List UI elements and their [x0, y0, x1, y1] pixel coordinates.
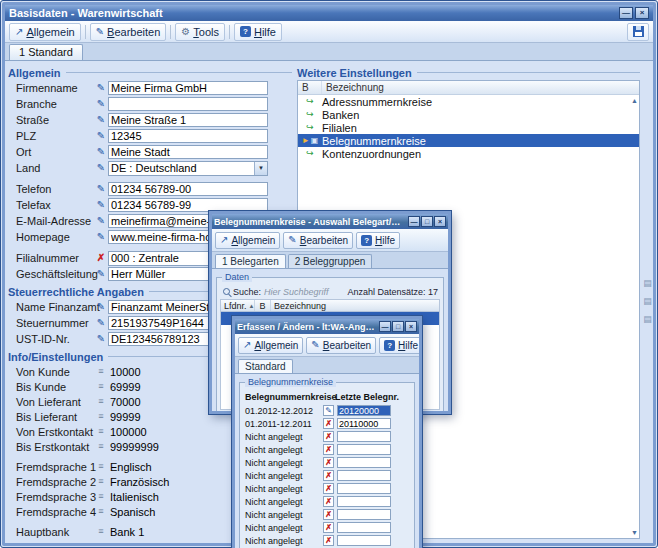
allgemein-button[interactable]: ↗ Allgemein: [9, 23, 81, 41]
belegnr-input[interactable]: [337, 431, 391, 442]
cross-icon[interactable]: ✗: [323, 457, 334, 468]
belegnr-input[interactable]: [337, 457, 391, 468]
toolbar-separator: [229, 25, 230, 39]
hilfe-button[interactable]: ? Hilfe: [234, 23, 282, 41]
bearbeiten-button[interactable]: ✎ Bearbeiten: [90, 23, 167, 41]
cross-icon[interactable]: ✗: [323, 535, 334, 546]
dialog-toolbar: ↗Allgemein ✎Bearbeiten ?Hilfe: [212, 229, 448, 252]
maximize-button[interactable]: □: [392, 321, 404, 332]
cross-icon[interactable]: ✗: [323, 470, 334, 481]
save-button[interactable]: [627, 23, 649, 41]
dialog-titlebar[interactable]: Erfassen / Ändern - lt:WA-Angebot — □ ×: [235, 319, 419, 334]
firmenname-input[interactable]: [108, 81, 268, 95]
open-icon: ↗: [15, 27, 23, 37]
cross-icon[interactable]: ✗: [323, 431, 334, 442]
main-window: Basisdaten - Warenwirtschaft — × ↗ Allge…: [0, 0, 658, 548]
close-button[interactable]: ×: [434, 216, 446, 227]
window-title: Basisdaten - Warenwirtschaft: [9, 7, 617, 19]
tree-item-banken[interactable]: ↪Banken: [298, 108, 639, 121]
side-tool-icon[interactable]: ▤: [643, 315, 652, 324]
tab-belegarten[interactable]: 1 Belegarten: [215, 254, 286, 268]
selected-marker-icon: ►: [302, 137, 310, 145]
belegnr-input[interactable]: [337, 496, 391, 507]
close-button[interactable]: ×: [635, 7, 649, 19]
list-icon: ≡: [94, 477, 108, 486]
minimize-button[interactable]: —: [619, 7, 633, 19]
belegnr-input[interactable]: [337, 418, 391, 429]
tree-item-kontenzuordnungen[interactable]: ↪Kontenzuordnungen: [298, 147, 639, 160]
telefax-input[interactable]: [108, 198, 268, 212]
allgemein-button[interactable]: ↗Allgemein: [215, 232, 280, 249]
belegnr-input[interactable]: [337, 522, 391, 533]
tab-beleggruppen[interactable]: 2 Beleggruppen: [288, 254, 373, 268]
kreis-row: 01.2012-12.2012✎: [243, 404, 411, 417]
belegnr-input[interactable]: [337, 470, 391, 481]
item-icon: ▣: [311, 137, 319, 145]
tree-item-filialen[interactable]: ↪Filialen: [298, 121, 639, 134]
tab-standard[interactable]: Standard: [238, 359, 293, 373]
field-label: Fremdsprache 2: [8, 476, 94, 488]
search-input[interactable]: Hier Suchbegriff: [264, 287, 329, 297]
plz-input[interactable]: [108, 129, 268, 143]
land-select[interactable]: DE : Deutschland▼: [108, 161, 268, 176]
allgemein-button[interactable]: ↗Allgemein: [238, 337, 303, 354]
scroll-up-icon[interactable]: ▲: [631, 97, 638, 104]
belegnr-input[interactable]: [337, 444, 391, 455]
column-b[interactable]: B: [255, 300, 271, 311]
telefon-input[interactable]: [108, 182, 268, 196]
minimize-button[interactable]: —: [408, 216, 420, 227]
minimize-button[interactable]: —: [379, 321, 391, 332]
titlebar[interactable]: Basisdaten - Warenwirtschaft — ×: [5, 5, 653, 21]
maximize-button[interactable]: □: [421, 216, 433, 227]
field-label: Firmenname: [8, 82, 94, 94]
strasse-input[interactable]: [108, 113, 268, 127]
scroll-down-icon[interactable]: ▼: [631, 529, 638, 536]
cross-icon[interactable]: ✗: [323, 483, 334, 494]
chevron-down-icon[interactable]: ▼: [254, 162, 267, 175]
cross-icon[interactable]: ✗: [323, 522, 334, 533]
bearbeiten-button[interactable]: ✎Bearbeiten: [283, 232, 353, 249]
field-label: Von Kunde: [8, 366, 94, 378]
side-tool-icon[interactable]: ▤: [643, 297, 652, 306]
edit-icon: ✎: [94, 131, 108, 141]
dialog-titlebar[interactable]: Belegnummernkreise - Auswahl Belegart/Gr…: [212, 214, 448, 229]
belegnr-input[interactable]: [337, 483, 391, 494]
kreis-row: 01.2011-12.2011✗: [243, 417, 411, 430]
close-button[interactable]: ×: [405, 321, 417, 332]
info-value: 100000: [108, 426, 147, 438]
edit-icon[interactable]: ✎: [323, 405, 334, 416]
hilfe-button[interactable]: ?Hilfe: [356, 232, 400, 249]
field-label: Bis Lieferant: [8, 411, 94, 423]
tools-button[interactable]: ⚙ Tools: [175, 23, 225, 41]
tree-item-belegnummernkreise[interactable]: ►▣Belegnummernkreise: [298, 134, 639, 147]
belegnr-input[interactable]: [337, 535, 391, 546]
tree-item-adressnummernkreise[interactable]: ↪Adressnummernkreise: [298, 95, 639, 108]
column-bezeichnung[interactable]: Bezeichnung: [271, 301, 439, 311]
column-b[interactable]: B: [298, 81, 322, 94]
form-row: Firmenname✎: [8, 80, 292, 96]
branche-input[interactable]: [108, 97, 268, 111]
belegnr-input[interactable]: [337, 405, 391, 416]
cross-icon[interactable]: ✗: [323, 418, 334, 429]
column-belegnummernkreise: Belegnummernkreise: [245, 392, 335, 402]
ort-input[interactable]: [108, 145, 268, 159]
dialog-tabstrip: 1 Belegarten 2 Beleggruppen: [212, 252, 448, 269]
tab-standard[interactable]: 1 Standard: [9, 44, 83, 60]
hilfe-label: Hilfe: [254, 26, 276, 38]
form-row: Straße✎: [8, 112, 292, 128]
column-bezeichnung[interactable]: Bezeichnung: [322, 82, 639, 93]
dialog-toolbar: ↗Allgemein ✎Bearbeiten ?Hilfe: [235, 334, 419, 357]
field-label: Name Finanzamt: [8, 301, 94, 313]
hilfe-button[interactable]: ?Hilfe: [379, 337, 422, 354]
belegnr-input[interactable]: [337, 509, 391, 520]
cross-icon[interactable]: ✗: [323, 509, 334, 520]
field-label: Hauptbank: [8, 526, 94, 538]
side-tool-icon[interactable]: ▤: [643, 279, 652, 288]
cross-icon[interactable]: ✗: [323, 444, 334, 455]
form-row: PLZ✎: [8, 128, 292, 144]
field-label: Von Lieferant: [8, 396, 94, 408]
open-icon: ↗: [243, 340, 251, 350]
cross-icon[interactable]: ✗: [323, 496, 334, 507]
bearbeiten-button[interactable]: ✎Bearbeiten: [306, 337, 376, 354]
field-label: PLZ: [8, 130, 94, 142]
